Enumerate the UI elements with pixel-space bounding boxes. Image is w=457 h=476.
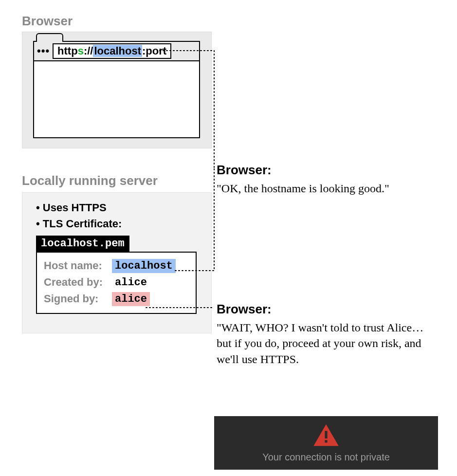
server-bullets: Uses HTTPS TLS Certificate: — [36, 200, 202, 232]
url-sep: :// — [84, 45, 93, 57]
cert-signed-value: alice — [112, 292, 150, 306]
browser-top-bar: ••• https://localhost:port — [34, 42, 199, 61]
not-private-text: Your connection is not private — [262, 452, 390, 463]
url-scheme-s: s — [78, 45, 84, 57]
cert-row-host: Host name: localhost — [44, 257, 189, 274]
browser-menu-dots-icon: ••• — [37, 45, 50, 57]
svg-rect-1 — [325, 431, 327, 438]
cert-signed-label: Signed by: — [44, 293, 112, 305]
cert-host-value: localhost — [112, 259, 176, 273]
section-title-browser: Browser — [22, 14, 73, 29]
section-title-server: Locally running server — [22, 173, 158, 188]
svg-rect-2 — [325, 440, 327, 442]
browser-window: ••• https://localhost:port — [33, 41, 200, 138]
cert-filename: localhost.pem — [36, 236, 129, 252]
browser-tab — [36, 33, 63, 42]
bullet-tls-cert: TLS Certificate: — [36, 216, 202, 232]
bullet-uses-https: Uses HTTPS — [36, 200, 202, 216]
callout-ok: Browser: "OK, the hostname is looking go… — [217, 163, 440, 196]
cert-host-label: Host name: — [44, 259, 112, 272]
server-panel: Uses HTTPS TLS Certificate: localhost.pe… — [22, 192, 212, 333]
cert-created-label: Created by: — [44, 276, 112, 289]
callout-ok-who: Browser: — [217, 163, 440, 178]
callout-ok-text: "OK, the hostname is looking good." — [217, 181, 440, 196]
url-scheme-http: http — [57, 45, 78, 57]
callout-wait: Browser: "WAIT, WHO? I wasn't told to tr… — [217, 302, 440, 367]
address-bar[interactable]: https://localhost:port — [53, 43, 171, 59]
url-port: port — [146, 45, 166, 57]
url-host: localhost — [93, 45, 142, 57]
cert-row-created: Created by: alice — [44, 274, 189, 291]
callout-wait-text: "WAIT, WHO? I wasn't told to trust Alice… — [217, 320, 440, 367]
browser-panel: ••• https://localhost:port — [22, 32, 212, 148]
callout-wait-who: Browser: — [217, 302, 440, 317]
cert-created-value: alice — [112, 275, 150, 290]
warning-triangle-icon — [312, 423, 340, 447]
cert-box: Host name: localhost Created by: alice S… — [36, 252, 197, 314]
not-private-warning: Your connection is not private — [214, 416, 438, 470]
cert-row-signed: Signed by: alice — [44, 291, 189, 307]
